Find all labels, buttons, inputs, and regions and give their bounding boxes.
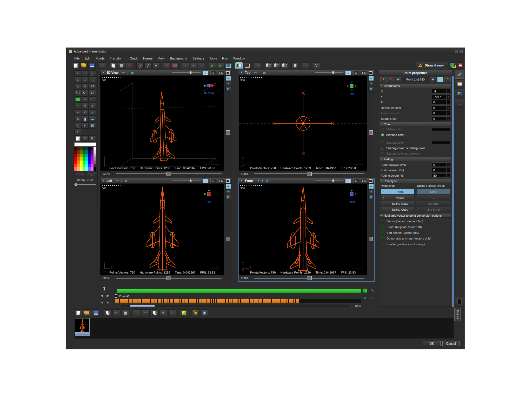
property-input[interactable]: 0▴▾	[432, 105, 450, 110]
rotate-icon[interactable]: ↷	[368, 81, 374, 86]
new-page-tool[interactable]	[74, 135, 81, 142]
cut-points-tool[interactable]: ✂	[89, 90, 96, 96]
pan-icon[interactable]: +	[368, 76, 374, 81]
pan-view-icon[interactable]: +	[261, 179, 263, 183]
button-s[interactable]: S	[210, 179, 216, 183]
maximize-view-button[interactable]	[226, 179, 230, 183]
menu-points[interactable]: Points	[93, 56, 107, 61]
track-marker[interactable]	[115, 294, 117, 298]
zoom-view-icon[interactable]: ⊕	[265, 179, 268, 183]
curve-chart-button[interactable]: ≈	[254, 62, 261, 69]
delete-button[interactable]: ✗	[126, 62, 133, 69]
line-tool[interactable]: ╱	[89, 70, 96, 77]
viewport-canvas-3d-view[interactable]: 3003D View Y X ZPoints/Vectors: 750Hardw…	[100, 76, 224, 171]
button-es[interactable]: ES	[218, 179, 224, 183]
bezier-pen-button[interactable]: ✎	[163, 62, 170, 69]
radio-visible-point[interactable]	[381, 128, 384, 131]
corner-line-tool-button[interactable]: ⌐	[152, 62, 160, 69]
realtime-header[interactable]: Real time vector to point conversion opt…	[379, 213, 452, 218]
palette-color-5-0[interactable]	[74, 164, 77, 167]
palette-color-0-5[interactable]	[88, 147, 91, 150]
palette-color-6-2[interactable]	[80, 167, 83, 171]
button-e[interactable]: E	[203, 71, 208, 75]
vertical-slider-handle[interactable]	[369, 237, 373, 241]
palette-color-5-1[interactable]	[77, 164, 80, 167]
mouse-input-button[interactable]	[291, 62, 299, 69]
roller-tool[interactable]: ▬	[89, 116, 96, 122]
palette-color-4-2[interactable]	[80, 161, 83, 164]
remove-point-cursor-tool[interactable]: ↖−	[82, 90, 89, 96]
palette-color-0-6[interactable]	[91, 147, 94, 150]
palette-color-1-2[interactable]	[80, 150, 83, 154]
delete-frame-button[interactable]: ✗	[168, 309, 176, 316]
lock-y-button[interactable]: Y	[273, 62, 280, 69]
point-kind-point[interactable]: •Point	[381, 189, 414, 194]
property-input[interactable]: 0▴▾	[432, 168, 450, 172]
timeline-point-track[interactable]	[115, 299, 361, 303]
ok-button[interactable]: OK	[423, 341, 441, 346]
wave-tool[interactable]: ≈	[74, 77, 81, 83]
point-mode-button[interactable]: •	[437, 77, 443, 82]
polygon-tool[interactable]: ⌂	[74, 83, 81, 90]
palette-color-1-6[interactable]	[91, 150, 94, 154]
palette-color-0-7[interactable]	[94, 147, 96, 150]
menu-window[interactable]: Window	[231, 56, 247, 61]
palette-color-4-6[interactable]	[91, 161, 94, 164]
zoom-view-icon[interactable]: ⊕	[263, 71, 266, 75]
button-s[interactable]: S	[353, 179, 359, 183]
next-point-button[interactable]: ▶	[430, 77, 436, 82]
palette-color-4-0[interactable]	[74, 161, 77, 164]
palette-color-2-2[interactable]	[80, 154, 83, 157]
radio-starting-color-as-previous[interactable]	[381, 152, 384, 155]
palette-color-6-4[interactable]	[85, 167, 88, 171]
open-file-button[interactable]	[80, 62, 88, 69]
zoom-out-timeline-button[interactable]: ⊖	[369, 295, 376, 301]
collapse-icon[interactable]: ▼	[241, 71, 243, 74]
color-header[interactable]: Color	[379, 122, 452, 126]
spin-down[interactable]: ▾	[448, 170, 448, 172]
spinner[interactable]: ▴▾	[446, 89, 450, 93]
header-slider[interactable]	[172, 179, 201, 182]
palette-color-3-6[interactable]	[91, 157, 94, 161]
show-it-now-button[interactable]: Show it now	[416, 62, 448, 69]
spinner[interactable]: ▴▾	[446, 106, 450, 110]
paint-tool[interactable]: ✎	[74, 116, 81, 122]
palette-color-2-5[interactable]	[88, 154, 91, 157]
rotate-tool[interactable]: ↶	[82, 109, 89, 116]
spline-order-0[interactable]: 0	[417, 195, 450, 200]
duplicate-frame-button[interactable]: ↷	[142, 309, 150, 316]
edit-track-button[interactable]: ✎	[369, 288, 376, 293]
menu-file[interactable]: File	[72, 56, 82, 61]
lock-z-button[interactable]: Z	[281, 62, 288, 69]
point-kind-spline-cube[interactable]: ʃSpline Cube	[381, 207, 414, 212]
tab-point-properties[interactable]	[455, 70, 464, 79]
spin-down[interactable]: ▾	[448, 176, 448, 177]
undo-tool[interactable]: ↶	[82, 135, 89, 142]
spin-down[interactable]: ▾	[448, 108, 448, 109]
frame-info-button[interactable]	[201, 309, 208, 316]
viewport-header-top[interactable]: ▼Top↷+⊕ESES	[239, 70, 374, 76]
frame-transform-tool[interactable]: F+	[82, 96, 89, 103]
button-e[interactable]: E	[203, 179, 208, 183]
palette-color-1-3[interactable]	[83, 150, 85, 154]
checkbox-soft-anchor-vector-only-[interactable]	[381, 231, 384, 234]
tab-preview[interactable]	[455, 297, 464, 306]
palette-color-2-7[interactable]	[94, 154, 96, 157]
rotate-icon[interactable]: ↷	[368, 189, 374, 194]
point-line-tool-button[interactable]: ·╱	[136, 62, 144, 69]
palette-color-5-5[interactable]	[88, 164, 91, 167]
menu-transform[interactable]: Transform	[107, 56, 127, 61]
palette-color-6-1[interactable]	[77, 167, 80, 171]
delete-point-button[interactable]: ✗	[388, 77, 394, 82]
spinner[interactable]: ▴▾	[446, 174, 450, 177]
property-input[interactable]: -7977▴▾	[432, 95, 450, 99]
maximize-view-button[interactable]	[226, 71, 230, 75]
zoom-slider-handle[interactable]	[307, 172, 312, 176]
radio-blanked-point[interactable]	[381, 134, 384, 136]
property-input[interactable]: 0▴▾	[432, 116, 450, 121]
palette-color-1-4[interactable]	[85, 150, 88, 154]
vertical-slider[interactable]	[368, 95, 374, 171]
rotate-view-icon[interactable]: ↷	[116, 179, 119, 183]
zoom-in-timeline-button[interactable]: ⊕	[362, 295, 368, 301]
spray-erase-tool[interactable]: *?	[89, 83, 96, 90]
